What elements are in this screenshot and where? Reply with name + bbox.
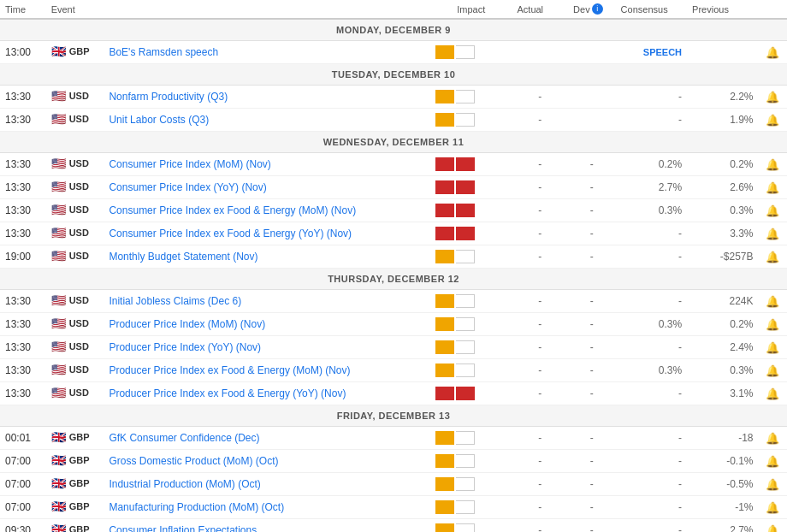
event-dev: -	[568, 382, 616, 405]
event-bell-cell[interactable]: 🔔	[759, 86, 787, 109]
event-name[interactable]: Producer Price Index (MoM) (Nov)	[104, 313, 430, 336]
event-time: 13:30	[0, 86, 46, 109]
event-bell-cell[interactable]: 🔔	[759, 290, 787, 313]
event-bell-cell[interactable]: 🔔	[759, 199, 787, 222]
table-row: 13:30 🇺🇸 USD Initial Jobless Claims (Dec…	[0, 290, 787, 313]
event-bell-cell[interactable]: 🔔	[759, 427, 787, 450]
event-name[interactable]: Producer Price Index (YoY) (Nov)	[104, 336, 430, 359]
event-bell-cell[interactable]: 🔔	[759, 313, 787, 336]
table-row: 13:30 🇺🇸 USD Producer Price Index ex Foo…	[0, 382, 787, 405]
currency-flag: 🇬🇧	[51, 432, 67, 442]
event-bell-cell[interactable]: 🔔	[759, 519, 787, 533]
event-bell-cell[interactable]: 🔔	[759, 153, 787, 176]
event-name[interactable]: Unit Labor Costs (Q3)	[104, 109, 430, 132]
event-currency: 🇺🇸 USD	[46, 109, 104, 132]
event-bell-cell[interactable]: 🔔	[759, 245, 787, 269]
currency-code: GBP	[69, 432, 90, 442]
event-bell-cell[interactable]: 🔔	[759, 41, 787, 64]
event-previous: 0.3%	[687, 359, 758, 382]
event-consensus: -	[616, 109, 687, 132]
dev-info-icon[interactable]: i	[592, 3, 603, 15]
event-bell-cell[interactable]: 🔔	[759, 473, 787, 496]
event-consensus: -	[616, 473, 687, 496]
event-previous: 2.7%	[687, 519, 758, 533]
event-name[interactable]: Nonfarm Productivity (Q3)	[104, 86, 430, 109]
bell-inactive-icon[interactable]: 🔔	[766, 364, 779, 377]
event-impact	[430, 496, 512, 519]
bell-inactive-icon[interactable]: 🔔	[766, 455, 779, 468]
event-bell-cell[interactable]: 🔔	[759, 496, 787, 519]
event-name[interactable]: Initial Jobless Claims (Dec 6)	[104, 290, 430, 313]
event-previous: -1%	[687, 496, 758, 519]
event-actual: -	[512, 427, 568, 450]
event-bell-cell[interactable]: 🔔	[759, 176, 787, 199]
event-name[interactable]: Consumer Price Index ex Food & Energy (Y…	[104, 222, 430, 245]
currency-flag: 🇺🇸	[51, 318, 67, 328]
bell-inactive-icon[interactable]: 🔔	[766, 204, 779, 217]
event-currency: 🇺🇸 USD	[46, 176, 104, 199]
bell-inactive-icon[interactable]: 🔔	[766, 478, 779, 491]
currency-flag: 🇬🇧	[51, 455, 67, 465]
event-name[interactable]: Producer Price Index ex Food & Energy (M…	[104, 359, 430, 382]
bell-inactive-icon[interactable]: 🔔	[766, 114, 779, 127]
bell-inactive-icon[interactable]: 🔔	[766, 318, 779, 331]
event-name[interactable]: Monthly Budget Statement (Nov)	[104, 245, 430, 269]
event-time: 13:30	[0, 222, 46, 245]
currency-code: USD	[69, 387, 89, 398]
event-previous: 1.9%	[687, 109, 758, 132]
event-dev: -	[568, 450, 616, 473]
event-time: 13:30	[0, 290, 46, 313]
currency-flag: 🇺🇸	[51, 114, 67, 124]
event-name[interactable]: Consumer Inflation Expectations	[104, 519, 430, 533]
event-previous: 2.4%	[687, 336, 758, 359]
consensus-value: -	[678, 478, 682, 490]
currency-code: GBP	[69, 478, 90, 488]
event-consensus: -	[616, 336, 687, 359]
bell-inactive-icon[interactable]: 🔔	[766, 341, 779, 354]
event-actual: -	[512, 336, 568, 359]
consensus-value: -	[678, 295, 682, 307]
currency-code: GBP	[69, 46, 90, 56]
bell-inactive-icon[interactable]: 🔔	[766, 158, 779, 171]
event-bell-cell[interactable]: 🔔	[759, 382, 787, 405]
event-name[interactable]: Consumer Price Index ex Food & Energy (M…	[104, 199, 430, 222]
event-name[interactable]: Consumer Price Index (YoY) (Nov)	[104, 176, 430, 199]
event-currency: 🇬🇧 GBP	[46, 473, 104, 496]
event-name[interactable]: Gross Domestic Product (MoM) (Oct)	[104, 450, 430, 473]
event-bell-cell[interactable]: 🔔	[759, 222, 787, 245]
event-time: 13:30	[0, 109, 46, 132]
event-name[interactable]: GfK Consumer Confidence (Dec)	[104, 427, 430, 450]
currency-flag: 🇺🇸	[51, 251, 67, 261]
bell-inactive-icon[interactable]: 🔔	[766, 501, 779, 514]
bell-inactive-icon[interactable]: 🔔	[766, 432, 779, 445]
event-bell-cell[interactable]: 🔔	[759, 109, 787, 132]
event-time: 09:30	[0, 519, 46, 533]
event-name[interactable]: Consumer Price Index (MoM) (Nov)	[104, 153, 430, 176]
bell-inactive-icon[interactable]: 🔔	[766, 251, 779, 263]
event-time: 19:00	[0, 245, 46, 269]
event-name[interactable]: BoE's Ramsden speech	[104, 41, 430, 64]
bell-inactive-icon[interactable]: 🔔	[766, 46, 779, 59]
table-row: 13:30 🇺🇸 USD Producer Price Index (MoM) …	[0, 313, 787, 336]
event-consensus: 0.3%	[616, 199, 687, 222]
event-actual: -	[512, 245, 568, 269]
bell-inactive-icon[interactable]: 🔔	[766, 524, 779, 533]
bell-inactive-icon[interactable]: 🔔	[766, 181, 779, 194]
bell-active-icon[interactable]: 🔔	[766, 295, 779, 308]
event-bell-cell[interactable]: 🔔	[759, 450, 787, 473]
event-actual: -	[512, 109, 568, 132]
event-name[interactable]: Industrial Production (MoM) (Oct)	[104, 473, 430, 496]
day-header-label: WEDNESDAY, DECEMBER 11	[0, 132, 787, 153]
bell-inactive-icon[interactable]: 🔔	[766, 387, 779, 400]
event-name[interactable]: Manufacturing Production (MoM) (Oct)	[104, 496, 430, 519]
bell-inactive-icon[interactable]: 🔔	[766, 91, 779, 103]
event-bell-cell[interactable]: 🔔	[759, 359, 787, 382]
event-currency: 🇬🇧 GBP	[46, 427, 104, 450]
event-name[interactable]: Producer Price Index ex Food & Energy (Y…	[104, 382, 430, 405]
speech-link[interactable]: SPEECH	[643, 47, 682, 57]
bell-active-icon[interactable]: 🔔	[766, 228, 779, 240]
currency-flag: 🇺🇸	[51, 341, 67, 352]
event-currency: 🇺🇸 USD	[46, 153, 104, 176]
event-dev: -	[568, 359, 616, 382]
event-bell-cell[interactable]: 🔔	[759, 336, 787, 359]
